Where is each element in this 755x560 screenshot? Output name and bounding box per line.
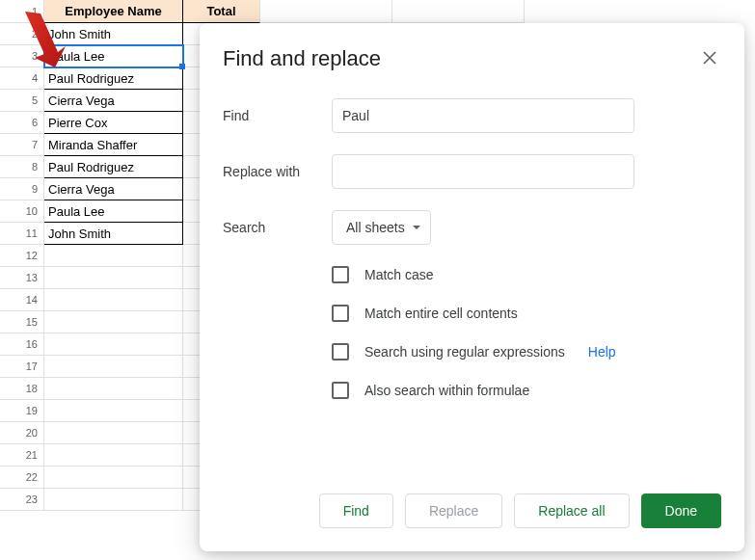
match-entire-checkbox[interactable] bbox=[332, 305, 349, 322]
row-header[interactable]: 18 bbox=[0, 378, 44, 400]
match-case-checkbox[interactable] bbox=[332, 266, 349, 283]
cell[interactable]: John Smith bbox=[44, 23, 183, 45]
cell[interactable] bbox=[44, 467, 183, 489]
column-header-B[interactable]: Total bbox=[183, 0, 260, 23]
replace-label: Replace with bbox=[223, 164, 332, 179]
cell[interactable]: Cierra Vega bbox=[44, 178, 183, 200]
row-header[interactable]: 8 bbox=[0, 156, 44, 178]
cell[interactable] bbox=[44, 422, 183, 444]
row-header[interactable]: 4 bbox=[0, 67, 44, 90]
match-entire-label: Match entire cell contents bbox=[364, 306, 518, 321]
column-header-C[interactable] bbox=[260, 0, 392, 23]
regex-label: Search using regular expressions bbox=[364, 344, 565, 360]
row-header[interactable]: 2 bbox=[0, 23, 44, 45]
row-header[interactable]: 20 bbox=[0, 422, 44, 444]
cell[interactable] bbox=[44, 400, 183, 422]
column-header-D[interactable] bbox=[392, 0, 525, 23]
row-header[interactable]: 16 bbox=[0, 333, 44, 356]
search-scope-dropdown[interactable]: All sheets bbox=[332, 210, 431, 245]
done-button[interactable]: Done bbox=[641, 493, 721, 528]
match-case-label: Match case bbox=[364, 267, 434, 282]
cell[interactable] bbox=[44, 333, 183, 356]
row-header[interactable]: 14 bbox=[0, 289, 44, 311]
cell[interactable]: Miranda Shaffer bbox=[44, 134, 183, 156]
row-header[interactable]: 11 bbox=[0, 223, 44, 245]
replace-button[interactable]: Replace bbox=[405, 493, 502, 528]
cell[interactable]: Paul Rodriguez bbox=[44, 156, 183, 178]
cell[interactable] bbox=[44, 311, 183, 333]
find-label: Find bbox=[223, 108, 332, 123]
cell[interactable]: Paul Rodriguez bbox=[44, 67, 183, 90]
cell[interactable] bbox=[44, 245, 183, 267]
row-header[interactable]: 5 bbox=[0, 90, 44, 112]
formulae-label: Also search within formulae bbox=[364, 383, 529, 398]
chevron-down-icon bbox=[413, 226, 420, 229]
row-header[interactable]: 7 bbox=[0, 134, 44, 156]
cell[interactable]: Paula Lee bbox=[44, 200, 183, 223]
row-header[interactable]: 1 bbox=[0, 0, 44, 23]
close-icon bbox=[703, 51, 716, 65]
row-header[interactable]: 12 bbox=[0, 245, 44, 267]
cell[interactable]: Paula Lee bbox=[44, 45, 183, 67]
row-header[interactable]: 22 bbox=[0, 467, 44, 489]
row-header[interactable]: 13 bbox=[0, 267, 44, 289]
dialog-title: Find and replace bbox=[223, 46, 381, 71]
row-headers: 1234567891011121314151617181920212223 bbox=[0, 0, 44, 511]
replace-all-button[interactable]: Replace all bbox=[514, 493, 629, 528]
cell[interactable]: Pierre Cox bbox=[44, 112, 183, 134]
find-replace-dialog: Find and replace Find Replace with Searc… bbox=[200, 23, 744, 551]
row-header[interactable]: 10 bbox=[0, 200, 44, 223]
row-header[interactable]: 23 bbox=[0, 489, 44, 511]
regex-help-link[interactable]: Help bbox=[588, 344, 616, 360]
row-header[interactable]: 19 bbox=[0, 400, 44, 422]
cell[interactable] bbox=[44, 489, 183, 511]
row-header[interactable]: 15 bbox=[0, 311, 44, 333]
search-label: Search bbox=[223, 220, 332, 235]
column-header-A[interactable]: Employee Name bbox=[44, 0, 183, 23]
cell[interactable]: John Smith bbox=[44, 223, 183, 245]
row-header[interactable]: 17 bbox=[0, 356, 44, 378]
regex-checkbox[interactable] bbox=[332, 343, 349, 360]
cell[interactable]: Cierra Vega bbox=[44, 90, 183, 112]
row-header[interactable]: 21 bbox=[0, 444, 44, 467]
cell[interactable] bbox=[44, 356, 183, 378]
formulae-checkbox[interactable] bbox=[332, 382, 349, 399]
column-headers: Employee Name Total bbox=[44, 0, 755, 23]
search-scope-value: All sheets bbox=[346, 220, 405, 235]
row-header[interactable]: 9 bbox=[0, 178, 44, 200]
row-header[interactable]: 6 bbox=[0, 112, 44, 134]
close-button[interactable] bbox=[698, 46, 721, 69]
find-button[interactable]: Find bbox=[319, 493, 393, 528]
cell[interactable] bbox=[44, 267, 183, 289]
cell[interactable] bbox=[44, 444, 183, 467]
cell[interactable] bbox=[44, 378, 183, 400]
find-input[interactable] bbox=[332, 98, 634, 133]
replace-input[interactable] bbox=[332, 154, 634, 189]
row-header[interactable]: 3 bbox=[0, 45, 44, 67]
cell[interactable] bbox=[44, 289, 183, 311]
